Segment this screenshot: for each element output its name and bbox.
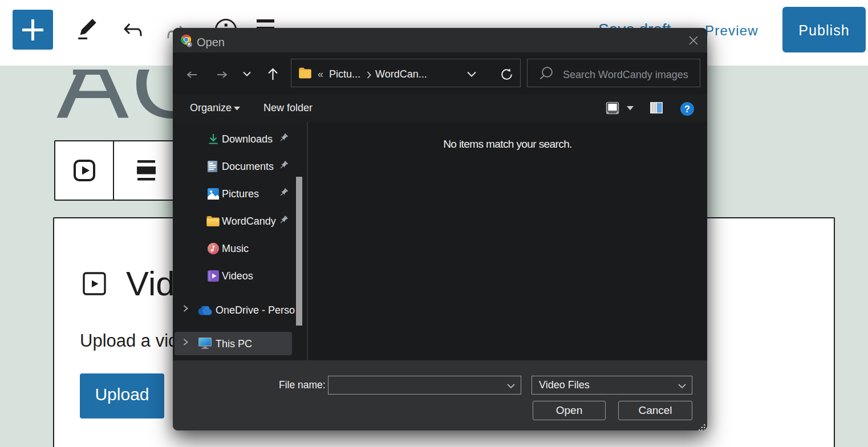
svg-text:?: ? (684, 104, 690, 114)
